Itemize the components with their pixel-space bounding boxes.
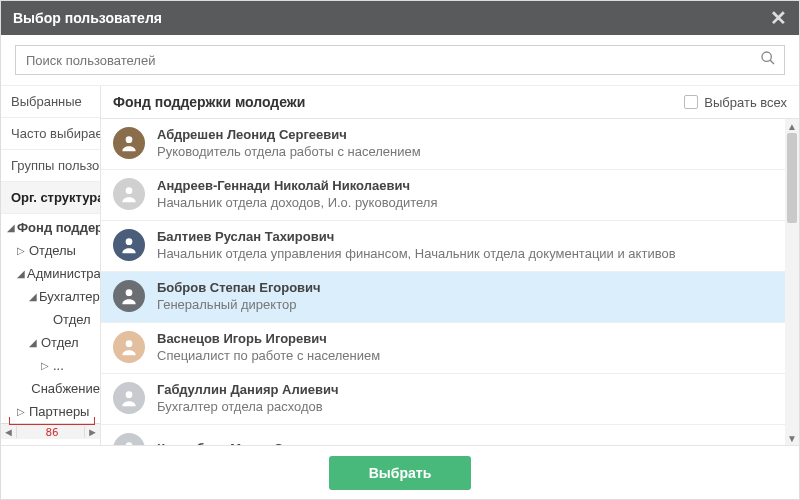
tree-node-label: Фонд поддержки молодежи — [17, 220, 101, 235]
user-name: Балтиев Руслан Тахирович — [157, 229, 676, 244]
svg-point-6 — [126, 340, 133, 347]
tree-node[interactable]: ▷... — [1, 354, 100, 377]
list-vscroll[interactable]: ▲ ▼ — [785, 119, 799, 445]
list-title: Фонд поддержки молодежи — [113, 94, 305, 110]
scroll-down-icon[interactable]: ▼ — [785, 431, 799, 445]
search-wrap — [15, 45, 785, 75]
tab-selected[interactable]: Выбранные — [1, 86, 100, 118]
svg-point-4 — [126, 238, 133, 245]
tree-node-label: Отдел — [53, 312, 91, 327]
list-item[interactable]: Андреев-Геннади Николай НиколаевичНачаль… — [101, 170, 799, 221]
titlebar: Выбор пользователя ✕ — [1, 1, 799, 35]
avatar — [113, 331, 145, 363]
avatar — [113, 127, 145, 159]
select-all-label: Выбрать всех — [704, 95, 787, 110]
user-position: Бухгалтер отдела расходов — [157, 399, 338, 414]
tree-node[interactable]: ▷Отделы — [1, 239, 100, 262]
measurement-value: 86 — [9, 426, 95, 439]
tree-node-label: Снабжение — [31, 381, 100, 396]
tree-node-label: Бухгалтерия — [39, 289, 101, 304]
right-column: Фонд поддержки молодежи Выбрать всех Абд… — [101, 86, 799, 445]
svg-point-7 — [126, 391, 133, 398]
user-name: Абдрешен Леонид Сергеевич — [157, 127, 421, 142]
user-position: Начальник отдела доходов, И.о. руководит… — [157, 195, 437, 210]
svg-point-0 — [762, 52, 771, 61]
tab-frequent[interactable]: Часто выбираемые — [1, 118, 100, 150]
user-position: Специалист по работе с населением — [157, 348, 380, 363]
tree-node[interactable]: ◢Фонд поддержки молодежи — [1, 216, 100, 239]
svg-point-2 — [126, 136, 133, 143]
org-tree: ◢Фонд поддержки молодежи ▷Отделы ◢Админи… — [1, 214, 100, 423]
tab-groups[interactable]: Группы пользователей — [1, 150, 100, 182]
list-item[interactable]: Васнецов Игорь ИгоревичСпециалист по раб… — [101, 323, 799, 374]
list-item[interactable]: Габдуллин Данияр АлиевичБухгалтер отдела… — [101, 374, 799, 425]
tree-node-label: Администрация — [27, 266, 101, 281]
list-item[interactable]: Абдрешен Леонид СергеевичРуководитель от… — [101, 119, 799, 170]
avatar — [113, 229, 145, 261]
footer: Выбрать — [1, 445, 799, 499]
select-all[interactable]: Выбрать всех — [684, 95, 787, 110]
tree-node-label: Отделы — [29, 243, 76, 258]
scroll-up-icon[interactable]: ▲ — [785, 119, 799, 133]
svg-point-8 — [126, 442, 133, 445]
svg-point-5 — [126, 289, 133, 296]
user-name: Васнецов Игорь Игоревич — [157, 331, 380, 346]
select-all-checkbox[interactable] — [684, 95, 698, 109]
user-position: Генеральный директор — [157, 297, 321, 312]
tree-node[interactable]: Отдел — [1, 308, 100, 331]
measurement-annotation: 86 — [9, 417, 95, 439]
tree-node[interactable]: ◢Администрация — [1, 262, 100, 285]
svg-point-3 — [126, 187, 133, 194]
tab-org-structure[interactable]: Орг. структура — [1, 182, 100, 214]
tree-node[interactable]: ◢Бухгалтерия — [1, 285, 100, 308]
list-item[interactable]: Бобров Степан ЕгоровичГенеральный директ… — [101, 272, 799, 323]
avatar — [113, 382, 145, 414]
user-name: Курумбаев Медет Серикович — [157, 441, 344, 446]
tree-node-label: ... — [53, 358, 64, 373]
list-item[interactable]: Курумбаев Медет Серикович — [101, 425, 799, 445]
svg-line-1 — [770, 60, 774, 64]
avatar — [113, 433, 145, 445]
dialog-title: Выбор пользователя — [13, 10, 162, 26]
user-position: Руководитель отдела работы с населением — [157, 144, 421, 159]
user-picker-dialog: Выбор пользователя ✕ Выбранные Часто выб… — [0, 0, 800, 500]
search-icon[interactable] — [760, 50, 776, 70]
list-header: Фонд поддержки молодежи Выбрать всех — [101, 86, 799, 119]
user-list: Абдрешен Леонид СергеевичРуководитель от… — [101, 119, 799, 445]
list-item[interactable]: Балтиев Руслан ТахировичНачальник отдела… — [101, 221, 799, 272]
close-icon[interactable]: ✕ — [770, 6, 787, 30]
avatar — [113, 178, 145, 210]
user-name: Андреев-Геннади Николай Николаевич — [157, 178, 437, 193]
user-name: Габдуллин Данияр Алиевич — [157, 382, 338, 397]
user-position: Начальник отдела управления финансом, На… — [157, 246, 676, 261]
tabs-column: Выбранные Часто выбираемые Группы пользо… — [1, 86, 101, 445]
content: Выбранные Часто выбираемые Группы пользо… — [1, 85, 799, 445]
user-name: Бобров Степан Егорович — [157, 280, 321, 295]
search-row — [1, 35, 799, 85]
avatar — [113, 280, 145, 312]
scroll-thumb[interactable] — [787, 133, 797, 223]
select-button[interactable]: Выбрать — [329, 456, 472, 490]
tree-node[interactable]: ◢Отдел — [1, 331, 100, 354]
tree-node-label: Отдел — [41, 335, 79, 350]
tree-node[interactable]: Снабжение — [1, 377, 100, 400]
search-input[interactable] — [16, 46, 784, 74]
